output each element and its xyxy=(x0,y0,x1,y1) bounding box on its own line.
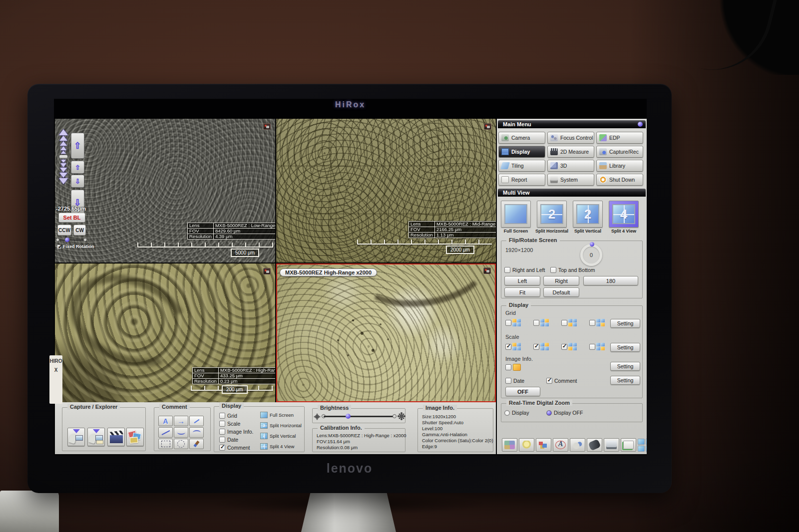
menu-camera-button[interactable]: Camera xyxy=(498,132,545,144)
comment-brush-button[interactable] xyxy=(189,439,204,449)
focus-down-button[interactable]: ⇩ xyxy=(71,175,84,188)
set-bl-button[interactable]: Set BL xyxy=(58,213,85,223)
ccw-button[interactable]: CCW xyxy=(57,225,71,236)
scale-q3-checkbox[interactable] xyxy=(561,344,567,350)
scale-view3-toggle[interactable] xyxy=(561,343,577,350)
view-high-range-700[interactable]: LensMXB-5000REZ : High-Range : x700 FOV4… xyxy=(55,264,275,402)
display-radio[interactable] xyxy=(504,410,510,416)
scale-setting-button[interactable]: Setting xyxy=(610,343,640,352)
comment-circle-select-button[interactable] xyxy=(174,439,188,449)
scale-checkbox[interactable] xyxy=(219,421,225,427)
focus-down-fast-button[interactable]: ⇩ xyxy=(71,190,84,216)
brightness-max[interactable] xyxy=(393,414,397,418)
multiview-full-screen[interactable]: Full Screen xyxy=(499,201,532,234)
grid-view3-toggle[interactable] xyxy=(561,319,577,326)
camera-capture-icon[interactable] xyxy=(484,123,491,130)
view-split-4[interactable]: 4 Split 4 View xyxy=(260,443,294,450)
image-info-checkbox[interactable] xyxy=(505,364,511,370)
scale-option[interactable]: Scale xyxy=(219,421,240,427)
jog-up-icon[interactable] xyxy=(59,129,68,135)
grid-view1-toggle[interactable] xyxy=(505,319,521,326)
mini-multiview-switcher[interactable] xyxy=(638,439,647,452)
grid-q4-checkbox[interactable] xyxy=(589,320,595,326)
date-checkbox[interactable] xyxy=(505,378,511,384)
grid-q3-checkbox[interactable] xyxy=(561,320,567,326)
apps-grid-button[interactable] xyxy=(502,438,517,452)
grid-view4-toggle[interactable] xyxy=(589,319,605,326)
fit-button[interactable]: Fit xyxy=(504,287,540,297)
view-high-range-2000-selected[interactable]: MXB-5000REZ High-Range x2000 xyxy=(276,264,496,402)
digital-zoom-display-option[interactable]: Display xyxy=(504,410,529,416)
scale-q1-checkbox[interactable] xyxy=(505,344,511,350)
scope-light-button[interactable] xyxy=(587,438,602,452)
jog-down-icon[interactable] xyxy=(59,178,68,184)
rotate-left-button[interactable]: Left xyxy=(504,276,540,285)
dial-knob[interactable] xyxy=(590,242,594,247)
rotation-dial[interactable]: 0 xyxy=(580,244,602,266)
camera-capture-icon[interactable] xyxy=(483,267,491,274)
jog-down-icon[interactable] xyxy=(61,160,66,163)
fixed-rotation-checkbox[interactable] xyxy=(57,245,61,249)
menu-focus-control-button[interactable]: Focus Control xyxy=(547,132,594,144)
jog-up-icon[interactable] xyxy=(60,141,67,146)
camera-capture-icon[interactable] xyxy=(263,123,271,130)
multiview-split-4-selected[interactable]: 4 Split 4 View xyxy=(607,201,640,234)
scale-q2-checkbox[interactable] xyxy=(533,344,539,350)
comment-checkbox[interactable] xyxy=(546,378,552,384)
off-button[interactable]: OFF xyxy=(505,387,540,396)
fixed-rotation-toggle[interactable]: Fixed Rotation xyxy=(57,244,94,249)
view-low-range[interactable]: ⇧ ⇧ ⇩ ⇩ -2725.65μm Set BL CCW CW Fixed R… xyxy=(55,119,275,263)
print-button[interactable] xyxy=(604,438,619,452)
view-full-screen[interactable]: Full Screen xyxy=(260,412,294,418)
grid-checkbox[interactable] xyxy=(219,413,225,419)
capture-image-button[interactable] xyxy=(67,428,85,446)
comment-line-button[interactable] xyxy=(158,427,173,438)
menu-tiling-button[interactable]: Tiling xyxy=(498,160,545,172)
flip-top-bottom-option[interactable]: Top and Bottom xyxy=(550,267,595,273)
multiview-split-vertical[interactable]: 2 Split Vertical xyxy=(571,201,604,234)
image-info-toggle[interactable] xyxy=(505,364,521,371)
jog-down-icon[interactable] xyxy=(59,173,67,178)
grid-setting-button[interactable]: Setting xyxy=(610,319,640,328)
multiview-split-horizontal[interactable]: 2 Split Horizontal xyxy=(535,201,568,234)
scale-q4-checkbox[interactable] xyxy=(589,344,595,350)
comment-curve-button[interactable] xyxy=(189,427,204,438)
right-left-checkbox[interactable] xyxy=(504,267,510,273)
view-split-horizontal[interactable]: 2 Split Horizontal xyxy=(260,422,302,429)
menu-edp-button[interactable]: EDP xyxy=(596,132,643,144)
scale-view4-toggle[interactable] xyxy=(589,343,605,350)
focus-up-fast-button[interactable]: ⇧ xyxy=(71,133,84,159)
comment-note-button[interactable] xyxy=(189,416,204,426)
date-comment-setting-button[interactable]: Setting xyxy=(610,376,640,385)
jog-up-icon[interactable] xyxy=(61,151,66,154)
jog-down-icon[interactable] xyxy=(60,163,66,167)
gallery-button[interactable] xyxy=(536,438,551,452)
comment-freehand-button[interactable] xyxy=(174,427,188,438)
menu-report-button[interactable]: Report xyxy=(498,174,545,186)
image-info-checkbox[interactable] xyxy=(219,429,225,435)
grid-option[interactable]: Grid xyxy=(219,413,237,419)
flip-right-left-option[interactable]: Right and Left xyxy=(504,267,545,273)
default-button[interactable]: Default xyxy=(543,287,579,297)
grid-q1-checkbox[interactable] xyxy=(505,320,511,326)
jog-slider-knob[interactable] xyxy=(59,155,68,159)
annotation-button[interactable] xyxy=(553,438,568,452)
export-button[interactable] xyxy=(621,438,636,452)
view-mid-range[interactable]: LensMXB-5000REZ : Mid-Range : x140 FOV21… xyxy=(276,119,496,263)
cw-button[interactable]: CW xyxy=(73,225,86,236)
comment-arrow-button[interactable] xyxy=(174,416,188,426)
menu-3d-button[interactable]: 3D xyxy=(547,160,594,172)
image-info-setting-button[interactable]: Setting xyxy=(610,362,640,371)
digital-zoom-off-option[interactable]: Display OFF xyxy=(546,410,583,416)
rotation-slider[interactable] xyxy=(56,238,87,243)
image-info-option[interactable]: Image Info. xyxy=(219,429,254,435)
display-off-radio[interactable] xyxy=(546,410,552,416)
date-toggle[interactable]: Date xyxy=(505,378,524,384)
comment-rect-select-button[interactable] xyxy=(158,439,173,449)
comment-option[interactable]: Comment xyxy=(219,445,250,451)
capture-with-note-button[interactable] xyxy=(87,428,105,446)
menu-capture-rec-button[interactable]: Capture/Rec xyxy=(596,146,643,158)
date-option[interactable]: Date xyxy=(219,437,238,443)
focus-jog-column[interactable] xyxy=(58,129,69,185)
date-checkbox[interactable] xyxy=(219,437,225,443)
